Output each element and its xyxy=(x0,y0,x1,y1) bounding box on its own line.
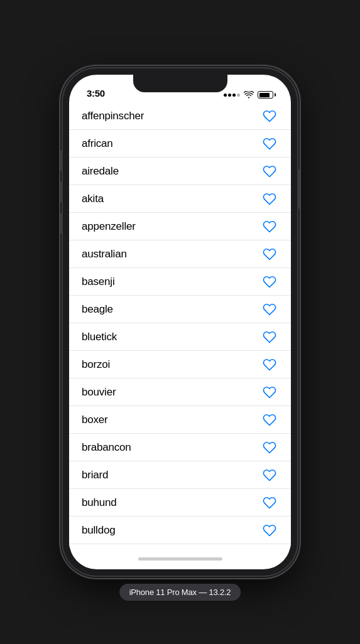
favorite-button[interactable] xyxy=(261,411,278,429)
favorite-button[interactable] xyxy=(261,384,278,401)
home-indicator xyxy=(69,548,291,569)
breed-name: affenpinscher xyxy=(82,110,144,122)
list-item: appenzeller xyxy=(69,213,291,240)
heart-icon xyxy=(263,330,276,344)
heart-icon xyxy=(263,192,276,206)
breed-list[interactable]: affenpinscher african airedale akita app… xyxy=(69,102,291,548)
list-item: buhund xyxy=(69,489,291,517)
list-item: australian xyxy=(69,240,291,268)
favorite-button[interactable] xyxy=(261,190,278,208)
breed-name: appenzeller xyxy=(82,220,136,233)
status-icons xyxy=(224,91,273,99)
heart-icon xyxy=(263,247,276,261)
device-wrapper: 3:50 xyxy=(63,68,297,576)
list-item: boxer xyxy=(69,406,291,434)
list-item: borzoi xyxy=(69,351,291,378)
breed-name: bluetick xyxy=(82,331,117,343)
breed-name: airedale xyxy=(82,165,119,178)
list-item: briard xyxy=(69,461,291,489)
favorite-button[interactable] xyxy=(261,522,278,539)
screen: 3:50 xyxy=(69,75,291,569)
breed-name: african xyxy=(82,137,113,150)
device-frame: 3:50 xyxy=(63,68,297,576)
heart-icon xyxy=(263,275,276,289)
heart-icon xyxy=(263,137,276,151)
heart-icon xyxy=(263,303,276,316)
status-time: 3:50 xyxy=(87,88,105,99)
breed-name: buhund xyxy=(82,496,117,509)
favorite-button[interactable] xyxy=(261,218,278,235)
breed-name: borzoi xyxy=(82,358,110,371)
list-item: affenpinscher xyxy=(69,102,291,130)
list-item: bulldog xyxy=(69,517,291,544)
notch xyxy=(133,75,227,92)
favorite-button[interactable] xyxy=(261,245,278,263)
list-item: brabancon xyxy=(69,434,291,461)
breed-name: briard xyxy=(82,469,108,481)
list-item: bluetick xyxy=(69,323,291,351)
favorite-button[interactable] xyxy=(261,301,278,318)
heart-icon xyxy=(263,496,276,510)
wifi-icon xyxy=(244,91,254,99)
heart-icon xyxy=(263,523,276,537)
favorite-button[interactable] xyxy=(261,494,278,512)
breed-name: beagle xyxy=(82,303,113,316)
breed-name: australian xyxy=(82,248,127,260)
list-item: basenji xyxy=(69,268,291,296)
favorite-button[interactable] xyxy=(261,135,278,153)
list-item: akita xyxy=(69,185,291,213)
favorite-button[interactable] xyxy=(261,107,278,125)
list-item: african xyxy=(69,130,291,158)
favorite-button[interactable] xyxy=(261,466,278,484)
heart-icon xyxy=(263,164,276,178)
favorite-button[interactable] xyxy=(261,163,278,180)
heart-icon xyxy=(263,358,276,372)
breed-name: boxer xyxy=(82,414,108,426)
heart-icon xyxy=(263,468,276,482)
home-bar xyxy=(138,557,222,561)
signal-icon xyxy=(224,94,240,97)
favorite-button[interactable] xyxy=(261,439,278,456)
heart-icon xyxy=(263,413,276,427)
favorite-button[interactable] xyxy=(261,273,278,291)
breed-name: bouvier xyxy=(82,386,116,399)
heart-icon xyxy=(263,385,276,399)
list-item: airedale xyxy=(69,158,291,185)
heart-icon xyxy=(263,220,276,233)
battery-icon xyxy=(258,91,273,99)
favorite-button[interactable] xyxy=(261,328,278,346)
heart-icon xyxy=(263,441,276,454)
breed-name: akita xyxy=(82,193,104,205)
breed-name: brabancon xyxy=(82,441,131,454)
device-label: iPhone 11 Pro Max — 13.2.2 xyxy=(119,584,241,601)
breed-name: basenji xyxy=(82,276,114,288)
favorite-button[interactable] xyxy=(261,356,278,373)
breed-name: bulldog xyxy=(82,524,115,537)
heart-icon xyxy=(263,109,276,123)
list-item: beagle xyxy=(69,296,291,323)
list-item: bouvier xyxy=(69,378,291,406)
